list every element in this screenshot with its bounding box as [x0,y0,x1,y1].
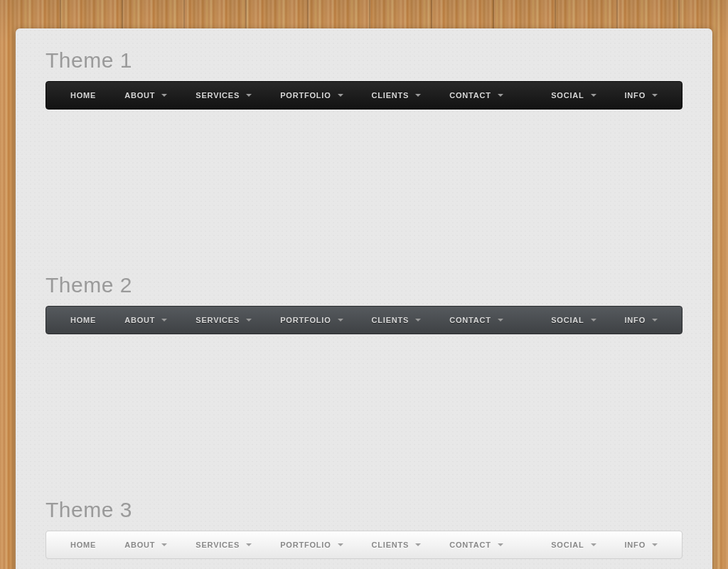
nav-label: ABOUT [124,316,155,324]
chevron-down-icon [591,319,596,321]
navbar-theme-3: HOME ABOUT SERVICES PORTFOLIO CLIENTS [46,531,682,559]
chevron-down-icon [652,94,658,97]
nav-label: HOME [70,316,96,324]
nav-item-services[interactable]: SERVICES [181,306,266,334]
nav-item-contact[interactable]: CONTACT [435,531,518,559]
theme-title-3: Theme 3 [16,498,712,522]
nav-label: INFO [625,316,646,324]
chevron-down-icon [498,319,503,321]
nav-item-social[interactable]: SOCIAL [537,306,610,334]
nav-item-services[interactable]: SERVICES [181,531,266,559]
nav-item-about[interactable]: ABOUT [110,306,181,334]
chevron-down-icon [338,543,343,546]
nav-left-group: HOME ABOUT SERVICES PORTFOLIO CLIENTS [56,81,518,110]
nav-label: SERVICES [196,91,240,100]
nav-label: SOCIAL [551,91,584,100]
nav-label: CONTACT [449,541,491,549]
theme-title-1: Theme 1 [16,48,712,73]
chevron-down-icon [415,94,421,97]
nav-right-group: SOCIAL INFO [537,81,672,110]
nav-item-home[interactable]: HOME [56,306,110,334]
chevron-down-icon [498,543,503,546]
nav-item-services[interactable]: SERVICES [181,81,266,110]
nav-label: HOME [70,541,96,549]
nav-right-group: SOCIAL INFO [537,531,672,559]
chevron-down-icon [161,543,167,546]
nav-item-clients[interactable]: CLIENTS [358,306,436,334]
navbar-theme-1: HOME ABOUT SERVICES PORTFOLIO CLIENTS [46,81,682,110]
nav-right-group: SOCIAL INFO [537,306,672,334]
chevron-down-icon [161,319,167,321]
nav-label: SERVICES [196,541,240,549]
nav-label: PORTFOLIO [280,316,331,324]
nav-label: CLIENTS [372,316,410,324]
nav-item-portfolio[interactable]: PORTFOLIO [266,306,357,334]
chevron-down-icon [246,94,252,97]
nav-item-social[interactable]: SOCIAL [537,531,610,559]
nav-label: SOCIAL [551,541,584,549]
nav-label: CONTACT [449,91,491,100]
chevron-down-icon [591,543,596,546]
theme-section-2: Theme 2 HOME ABOUT SERVICES PORTFOLIO [16,273,712,498]
theme-section-1: Theme 1 HOME ABOUT SERVICES PORTFOLIO [16,48,712,273]
nav-item-home[interactable]: HOME [56,531,110,559]
nav-item-portfolio[interactable]: PORTFOLIO [266,531,357,559]
nav-item-contact[interactable]: CONTACT [435,306,518,334]
nav-left-group: HOME ABOUT SERVICES PORTFOLIO CLIENTS [56,306,518,334]
nav-item-social[interactable]: SOCIAL [537,81,610,110]
theme-title-2: Theme 2 [16,273,712,297]
nav-item-info[interactable]: INFO [611,306,672,334]
nav-item-info[interactable]: INFO [611,81,672,110]
nav-label: SOCIAL [551,316,584,324]
chevron-down-icon [415,319,421,321]
nav-label: SERVICES [196,316,240,324]
nav-item-portfolio[interactable]: PORTFOLIO [266,81,357,110]
nav-item-about[interactable]: ABOUT [110,531,181,559]
nav-label: ABOUT [124,541,155,549]
chevron-down-icon [246,319,252,321]
page-container: Theme 1 HOME ABOUT SERVICES PORTFOLIO [16,28,712,569]
nav-left-group: HOME ABOUT SERVICES PORTFOLIO CLIENTS [56,531,518,559]
chevron-down-icon [246,543,252,546]
nav-label: CLIENTS [372,91,410,100]
chevron-down-icon [338,94,343,97]
nav-label: PORTFOLIO [280,541,331,549]
nav-item-about[interactable]: ABOUT [110,81,181,110]
chevron-down-icon [338,319,343,321]
chevron-down-icon [498,94,503,97]
nav-item-contact[interactable]: CONTACT [435,81,518,110]
nav-label: INFO [625,91,646,100]
nav-item-clients[interactable]: CLIENTS [358,531,436,559]
nav-label: PORTFOLIO [280,91,331,100]
nav-label: CLIENTS [372,541,410,549]
nav-item-info[interactable]: INFO [611,531,672,559]
chevron-down-icon [652,543,658,546]
nav-label: HOME [70,91,96,100]
nav-item-clients[interactable]: CLIENTS [358,81,436,110]
theme-section-3: Theme 3 HOME ABOUT SERVICES PORTFOLIO [16,498,712,559]
chevron-down-icon [161,94,167,97]
navbar-theme-2: HOME ABOUT SERVICES PORTFOLIO CLIENTS [46,306,682,334]
nav-label: INFO [625,541,646,549]
nav-label: CONTACT [449,316,491,324]
chevron-down-icon [415,543,421,546]
nav-label: ABOUT [124,91,155,100]
nav-item-home[interactable]: HOME [56,81,110,110]
chevron-down-icon [591,94,596,97]
chevron-down-icon [652,319,658,321]
